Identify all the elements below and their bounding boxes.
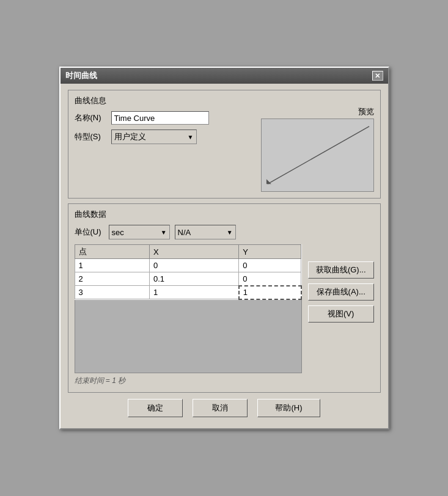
col-header-y: Y (239, 245, 301, 259)
unit1-value: sec (112, 228, 124, 237)
preview-box (261, 119, 374, 192)
type-select-value: 用户定义 (114, 131, 146, 142)
type-row: 特型(S) 用户定义 ▼ (75, 129, 255, 144)
data-table: 点 X Y 10020.10311 (75, 244, 302, 300)
col-header-point: 点 (75, 245, 149, 259)
curve-info-section: 曲线信息 名称(N) 特型(S) 用户定义 ▼ 预览 (68, 90, 381, 199)
bottom-buttons: 确定 取消 帮助(H) (68, 393, 381, 422)
view-button[interactable]: 视图(V) (308, 305, 374, 323)
unit1-select[interactable]: sec ▼ (109, 225, 170, 239)
type-select[interactable]: 用户定义 ▼ (111, 129, 197, 144)
preview-svg (262, 119, 373, 191)
top-section: 曲线信息 名称(N) 特型(S) 用户定义 ▼ 预览 (75, 95, 374, 192)
name-input[interactable] (111, 111, 209, 125)
cell-x[interactable]: 0.1 (149, 272, 238, 286)
unit2-select[interactable]: N/A ▼ (175, 225, 236, 239)
preview-wrapper: 预览 (261, 106, 374, 192)
unit2-arrow: ▼ (227, 229, 233, 236)
table-row: 100 (75, 259, 301, 272)
units-row: 单位(U) sec ▼ N/A ▼ (75, 225, 374, 239)
dialog-body: 曲线信息 名称(N) 特型(S) 用户定义 ▼ 预览 (61, 84, 388, 428)
data-area: 点 X Y 10020.10311 结束时间 = 1 秒 获取曲线(G)... (75, 244, 374, 386)
curve-info-panel: 曲线信息 名称(N) 特型(S) 用户定义 ▼ (75, 95, 255, 192)
cell-point[interactable]: 2 (75, 272, 149, 286)
curve-data-section: 曲线数据 单位(U) sec ▼ N/A ▼ (68, 203, 381, 393)
help-button[interactable]: 帮助(H) (257, 399, 320, 417)
get-curve-button[interactable]: 获取曲线(G)... (308, 261, 374, 279)
dialog-title: 时间曲线 (65, 70, 97, 81)
col-header-x: X (149, 245, 238, 259)
cell-point[interactable]: 1 (75, 259, 149, 272)
type-label: 特型(S) (75, 131, 111, 142)
cell-x[interactable]: 1 (149, 286, 238, 299)
table-container: 点 X Y 10020.10311 结束时间 = 1 秒 (75, 244, 302, 386)
cell-y[interactable]: 0 (239, 272, 301, 286)
cell-y[interactable]: 1 (239, 286, 301, 299)
end-time-label: 结束时间 = 1 秒 (75, 376, 302, 386)
name-label: 名称(N) (75, 112, 111, 123)
close-button[interactable]: ✕ (372, 71, 383, 81)
table-row: 311 (75, 286, 301, 299)
ok-button[interactable]: 确定 (128, 399, 183, 417)
empty-area (75, 300, 302, 373)
table-header-row: 点 X Y (75, 245, 301, 259)
table-row: 20.10 (75, 272, 301, 286)
cancel-button[interactable]: 取消 (193, 399, 248, 417)
main-dialog: 时间曲线 ✕ 曲线信息 名称(N) 特型(S) 用户定义 ▼ (59, 67, 389, 429)
cell-y[interactable]: 0 (239, 259, 301, 272)
type-select-arrow: ▼ (188, 134, 194, 140)
name-row: 名称(N) (75, 111, 255, 125)
action-buttons: 获取曲线(G)... 保存曲线(A)... 视图(V) (308, 244, 374, 386)
cell-point[interactable]: 3 (75, 286, 149, 299)
title-bar: 时间曲线 ✕ (61, 68, 388, 84)
save-curve-button[interactable]: 保存曲线(A)... (308, 283, 374, 301)
preview-canvas (262, 119, 373, 191)
unit2-value: N/A (178, 228, 191, 237)
curve-data-label: 曲线数据 (75, 209, 374, 220)
units-label: 单位(U) (75, 227, 101, 238)
preview-label: 预览 (261, 106, 374, 117)
curve-info-label: 曲线信息 (75, 95, 255, 106)
cell-x[interactable]: 0 (149, 259, 238, 272)
unit1-arrow: ▼ (161, 229, 167, 236)
